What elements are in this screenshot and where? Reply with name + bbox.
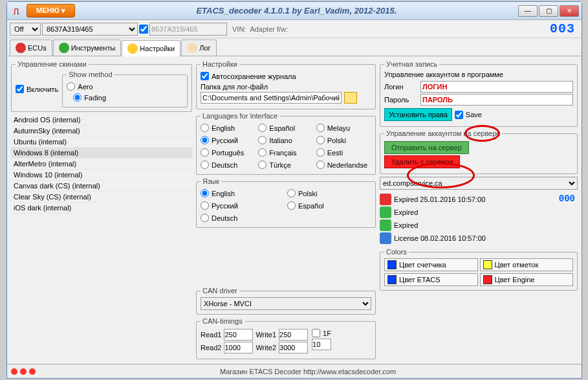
small-counter: 000 <box>559 194 575 204</box>
lang-radio[interactable] <box>201 201 209 210</box>
license-status: License 08.02.2016 10:57:00 <box>380 232 578 244</box>
ten-input[interactable] <box>312 339 331 350</box>
skin-item[interactable]: iOS dark (internal) <box>11 203 192 214</box>
delete-server-button[interactable]: Удалить с сервера <box>384 155 460 168</box>
write1-input[interactable] <box>279 329 308 341</box>
fading-radio[interactable] <box>73 93 82 102</box>
skin-item[interactable]: Canvas dark (CS) (internal) <box>11 181 192 192</box>
license-status: Expired 25.01.2016 10:57:00 <box>380 194 578 205</box>
lang-iface-radio[interactable] <box>258 148 267 157</box>
login-input[interactable] <box>420 81 573 93</box>
statusbar: Магазин ETACS Decoder http://www.etacsde… <box>7 364 582 378</box>
color-etacs-button[interactable]: Цвет ETACS <box>384 273 478 286</box>
read1-input[interactable] <box>224 329 253 341</box>
enable-skin-label: Включить <box>16 72 58 106</box>
counter-display: 003 <box>550 21 575 36</box>
ribbon-icon <box>380 194 391 205</box>
lang-radio[interactable] <box>201 189 209 197</box>
skin-item[interactable]: AlterMetro (internal) <box>11 159 192 170</box>
maximize-button[interactable]: ▢ <box>539 5 558 17</box>
ribbon-icon <box>380 207 391 218</box>
1f-checkbox[interactable] <box>312 329 320 337</box>
window-title: ETACS_decoder 4.1.0.1 by Earl_Vadim, 201… <box>75 6 518 16</box>
close-button[interactable]: ✕ <box>560 5 579 17</box>
skins-fieldset: Управление скинами Включить Show method … <box>11 60 192 112</box>
lang-interface-fieldset: Languages for Interface EnglishEspañolMe… <box>196 112 376 175</box>
tab-settings[interactable]: Настройки <box>122 40 180 56</box>
lang-iface-radio[interactable] <box>201 124 209 132</box>
tools-icon <box>59 43 69 53</box>
red-swatch-icon <box>483 275 492 284</box>
folder-browse-button[interactable] <box>344 92 357 104</box>
skin-item[interactable]: AutumnSky (internal) <box>11 126 192 137</box>
skin-item[interactable]: Ubuntu (internal) <box>11 137 192 148</box>
device-checkbox[interactable] <box>139 23 148 36</box>
minimize-button[interactable]: — <box>518 5 538 17</box>
skin-list[interactable]: Android OS (internal)AutumnSky (internal… <box>11 115 192 214</box>
ecu-icon <box>16 43 26 53</box>
adapter-label: Adapter f/w: <box>250 25 549 33</box>
device-select[interactable]: 8637A319/465 <box>42 23 138 36</box>
account-fieldset: Учетная запись Управление аккаунтом в пр… <box>380 60 578 127</box>
status-list: 000 Expired 25.01.2016 10:57:00ExpiredEx… <box>380 192 578 245</box>
lang-iface-radio[interactable] <box>316 136 325 144</box>
app-logo-icon: ⎍ <box>10 5 23 17</box>
tab-log[interactable]: Лог <box>181 39 216 56</box>
can-driver-select[interactable]: XHorse - MVCI <box>201 297 371 310</box>
lang-iface-radio[interactable] <box>201 136 209 144</box>
lang-iface-radio[interactable] <box>316 161 325 169</box>
read2-input[interactable] <box>224 342 253 353</box>
set-rights-button[interactable]: Установить права <box>384 108 452 121</box>
log-folder-input[interactable] <box>201 92 342 104</box>
lang-radio[interactable] <box>201 214 209 222</box>
lang-iface-radio[interactable] <box>258 124 267 132</box>
lang-iface-radio[interactable] <box>258 161 267 169</box>
server-account-fieldset: Управление аккаунтом на сервере Отправит… <box>380 129 578 174</box>
license-status: Expired <box>380 207 578 218</box>
aero-radio[interactable] <box>67 82 75 91</box>
tab-ecus[interactable]: ECUs <box>10 39 52 56</box>
lang-radio[interactable] <box>287 189 296 197</box>
write2-input[interactable] <box>279 342 308 353</box>
tab-instruments[interactable]: Инструменты <box>53 39 122 56</box>
color-marks-button[interactable]: Цвет отметок <box>480 258 574 271</box>
server-select[interactable]: ed.compservice.ca <box>380 177 578 190</box>
status-dot-icon <box>11 368 17 375</box>
autosave-checkbox[interactable] <box>201 72 209 80</box>
skin-item[interactable]: Windows 8 (internal) <box>11 148 192 159</box>
lang-iface-radio[interactable] <box>201 161 209 169</box>
lang-iface-radio[interactable] <box>258 136 267 144</box>
lang-fieldset: Язык EnglishPolskiРусскийEspañolDeutsch <box>196 177 376 228</box>
color-counter-button[interactable]: Цвет счетчика <box>384 258 478 271</box>
lang-radio[interactable] <box>287 201 296 210</box>
device-readonly <box>149 23 227 36</box>
blue-swatch-icon <box>387 275 397 284</box>
log-folder-label: Папка для лог-файл <box>201 83 371 91</box>
toolbar: Off 8637A319/465 VIN: Adapter f/w: 003 <box>7 20 582 38</box>
license-status: Expired <box>380 219 578 231</box>
show-method-fieldset: Show method Aero Fading <box>62 71 188 107</box>
content: Управление скинами Включить Show method … <box>7 56 582 363</box>
prog-account-label: Управление аккаунтом в программе <box>384 71 573 78</box>
lang-iface-radio[interactable] <box>201 148 209 157</box>
log-icon <box>187 43 197 53</box>
ribbon-icon <box>380 232 391 244</box>
send-server-button[interactable]: Отправить на сервер <box>384 141 469 154</box>
off-select[interactable]: Off <box>10 23 41 36</box>
gear-icon <box>127 43 138 54</box>
can-timings-fieldset: CAN-timings Read1Write1 Read2Write2 1F <box>196 317 376 359</box>
blue-swatch-icon <box>387 260 397 269</box>
skin-item[interactable]: Android OS (internal) <box>11 115 192 126</box>
app-window: ⎍ МЕНЮ ▾ ETACS_decoder 4.1.0.1 by Earl_V… <box>6 1 582 379</box>
password-input[interactable] <box>420 94 573 106</box>
enable-skin-checkbox[interactable] <box>16 85 24 93</box>
skin-item[interactable]: Windows 10 (internal) <box>11 170 192 181</box>
skin-item[interactable]: Clear Sky (CS) (internal) <box>11 192 192 203</box>
yellow-swatch-icon <box>483 260 492 269</box>
lang-iface-radio[interactable] <box>316 124 325 132</box>
window-controls: — ▢ ✕ <box>518 5 579 17</box>
lang-iface-radio[interactable] <box>316 148 325 157</box>
save-checkbox[interactable] <box>455 111 463 119</box>
color-engine-button[interactable]: Цвет Engine <box>480 273 574 286</box>
menu-button[interactable]: МЕНЮ ▾ <box>27 4 75 17</box>
